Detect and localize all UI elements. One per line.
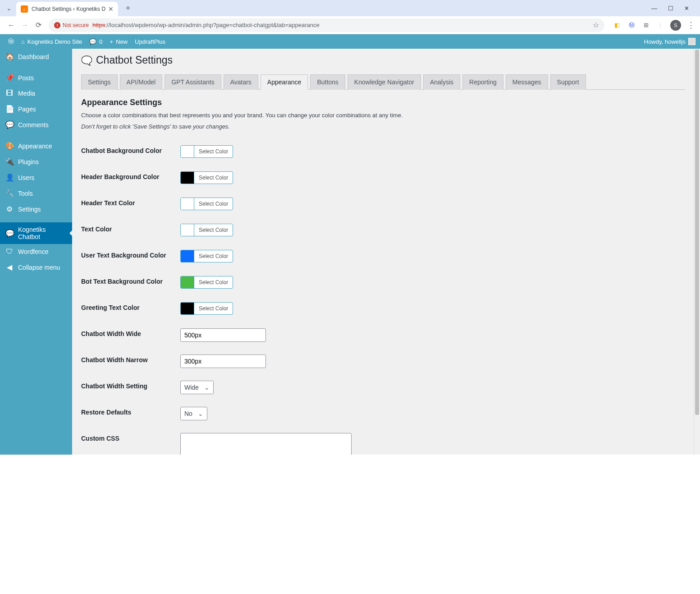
window-close-icon[interactable]: ✕ [684, 5, 689, 12]
new-content-link[interactable]: + New [106, 34, 132, 49]
sidebar-item-media[interactable]: 🎞Media [0, 86, 72, 101]
not-secure-label: Not secure [63, 22, 89, 28]
scrollbar[interactable] [694, 49, 700, 455]
forward-button[interactable]: → [18, 18, 32, 32]
scrollbar-thumb[interactable] [695, 50, 699, 415]
tab-settings[interactable]: Settings [81, 74, 118, 90]
menu-label: Media [18, 90, 67, 97]
extension-icons: ◧ Ⓜ ⊞ | S ⋮ [608, 20, 695, 31]
section-description: Choose a color combinations that best re… [81, 112, 685, 119]
comment-icon: 💬 [89, 38, 96, 45]
menu-label: Settings [18, 206, 67, 213]
text-color-label: Text Color [81, 224, 180, 233]
greeting-text-color-picker[interactable]: Select Color [180, 302, 233, 315]
menu-icon: 🛡 [5, 248, 14, 256]
tab-avatars[interactable]: Avatars [224, 74, 258, 90]
text-color-picker[interactable]: Select Color [180, 224, 233, 236]
bot-text-bg-color-picker[interactable]: Select Color [180, 276, 233, 289]
reload-button[interactable]: ⟳ [32, 18, 45, 32]
page-title: 🗨️ Chatbot Settings [81, 54, 685, 66]
tab-appearance[interactable]: Appearance [261, 74, 308, 90]
sidebar-item-dashboard[interactable]: 🏠Dashboard [0, 49, 72, 64]
window-controls: — ☐ ✕ [651, 5, 696, 12]
tab-messages[interactable]: Messages [506, 74, 548, 90]
width-narrow-input[interactable] [180, 355, 266, 368]
sidebar-item-posts[interactable]: 📌Posts [0, 70, 72, 86]
select-color-label: Select Color [194, 305, 233, 312]
address-bar-row: ← → ⟳ ! Not secure https://localhost/wpd… [0, 16, 700, 34]
comments-link[interactable]: 💬 0 [86, 34, 106, 49]
restore-defaults-label: Restore Defaults [81, 407, 180, 416]
sidebar-item-tools[interactable]: 🔧Tools [0, 185, 72, 201]
sidebar-item-appearance[interactable]: 🎨Appearance [0, 138, 72, 154]
new-tab-button[interactable]: + [122, 2, 134, 14]
not-secure-badge[interactable]: ! Not secure [54, 22, 89, 28]
sidebar-item-collapse[interactable]: ◀Collapse menu [0, 259, 72, 275]
form-table: Chatbot Background ColorSelect ColorHead… [81, 139, 685, 322]
width-setting-select[interactable]: Wide ⌄ [180, 381, 214, 394]
tab-support[interactable]: Support [550, 74, 586, 90]
divider: | [656, 21, 665, 30]
extension-icon-1[interactable]: ◧ [613, 21, 622, 30]
menu-icon: 🎨 [5, 142, 14, 150]
bookmark-star-icon[interactable]: ☆ [593, 21, 599, 29]
wp-logo-icon[interactable]: ⓦ [5, 34, 18, 49]
window-maximize-icon[interactable]: ☐ [668, 5, 673, 12]
tab-analysis[interactable]: Analysis [423, 74, 460, 90]
tab-bar: ⌄ ⌂ Chatbot Settings ‹ Kognetiks D ✕ + —… [0, 0, 700, 16]
sidebar-item-plugins[interactable]: 🔌Plugins [0, 154, 72, 170]
user-text-bg-color-picker[interactable]: Select Color [180, 250, 233, 262]
user-text-bg-color-label: User Text Background Color [81, 250, 180, 259]
sidebar-item-wordfence[interactable]: 🛡Wordfence [0, 244, 72, 259]
browser-menu-icon[interactable]: ⋮ [686, 21, 695, 30]
menu-label: Posts [18, 74, 67, 82]
updraftplus-link[interactable]: UpdraftPlus [131, 34, 169, 49]
menu-icon: 💬 [5, 229, 14, 238]
user-text-bg-color-row: User Text Background ColorSelect Color [81, 244, 685, 270]
admin-sidebar: 🏠Dashboard📌Posts🎞Media📄Pages💬Comments🎨Ap… [0, 49, 72, 455]
profile-avatar[interactable]: S [670, 20, 681, 31]
back-button[interactable]: ← [5, 18, 18, 32]
width-wide-label: Chatbot Width Wide [81, 328, 180, 337]
sidebar-item-comments[interactable]: 💬Comments [0, 117, 72, 133]
width-wide-input[interactable] [180, 328, 266, 342]
tab-close-icon[interactable]: ✕ [108, 5, 114, 13]
restore-defaults-select[interactable]: No ⌄ [180, 407, 207, 420]
howdy-account[interactable]: Howdy, howelljs [644, 38, 695, 45]
tab-api-model[interactable]: API/Model [120, 74, 163, 90]
site-name-link[interactable]: ⌂ Kognetiks Demo Site [18, 34, 86, 49]
bot-text-bg-color-label: Bot Text Background Color [81, 276, 180, 285]
browser-tab[interactable]: ⌂ Chatbot Settings ‹ Kognetiks D ✕ [16, 2, 118, 16]
tab-buttons[interactable]: Buttons [310, 74, 345, 90]
chatbot-bg-color-picker[interactable]: Select Color [180, 145, 233, 158]
sidebar-item-users[interactable]: 👤Users [0, 170, 72, 185]
extensions-menu-icon[interactable]: ⊞ [641, 21, 650, 30]
select-color-label: Select Color [194, 227, 233, 233]
sidebar-item-kognetiks[interactable]: 💬Kognetiks Chatbot [0, 222, 72, 244]
color-swatch [181, 172, 194, 184]
custom-css-textarea[interactable] [180, 433, 352, 455]
menu-icon: 💬 [5, 120, 14, 129]
tab-gpt-assistants[interactable]: GPT Assistants [165, 74, 221, 90]
sidebar-item-pages[interactable]: 📄Pages [0, 101, 72, 117]
menu-label: Wordfence [18, 248, 67, 255]
nav-tabs: SettingsAPI/ModelGPT AssistantsAvatarsAp… [81, 74, 685, 90]
content-wrap: 🗨️ Chatbot Settings SettingsAPI/ModelGPT… [72, 49, 700, 455]
wp-admin-bar: ⓦ ⌂ Kognetiks Demo Site 💬 0 + New Updraf… [0, 34, 700, 49]
menu-label: Pages [18, 106, 67, 113]
menu-label: Dashboard [18, 53, 67, 60]
tab-reporting[interactable]: Reporting [462, 74, 503, 90]
header-bg-color-picker[interactable]: Select Color [180, 171, 233, 184]
menu-icon: ◀ [5, 263, 14, 272]
header-text-color-picker[interactable]: Select Color [180, 198, 233, 210]
address-bar[interactable]: ! Not secure https://localhost/wpdemo/wp… [49, 18, 604, 32]
greeting-text-color-row: Greeting Text ColorSelect Color [81, 296, 685, 322]
extension-icon-2[interactable]: Ⓜ [627, 21, 636, 30]
window-minimize-icon[interactable]: — [651, 5, 657, 12]
home-icon: ⌂ [21, 38, 25, 45]
sidebar-item-settings[interactable]: ⚙Settings [0, 201, 72, 217]
user-avatar-icon [688, 38, 695, 45]
tab-search-chevron[interactable]: ⌄ [4, 3, 14, 14]
header-bg-color-label: Header Background Color [81, 171, 180, 180]
tab-knowledge-navigator[interactable]: Knowledge Navigator [348, 74, 421, 90]
